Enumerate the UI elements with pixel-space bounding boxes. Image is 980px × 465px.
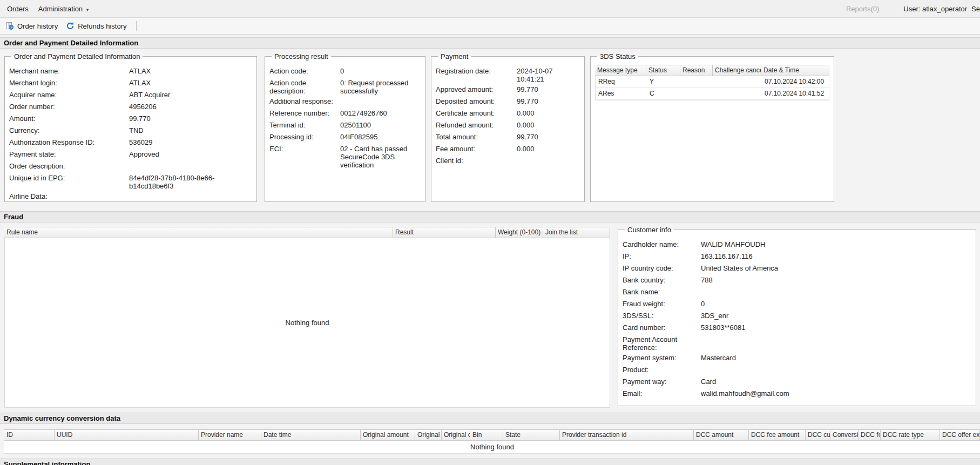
- customer-info-legend: Customer info: [625, 226, 674, 234]
- order-details-fields: Merchant name: ATLAX Merchant login: ATL…: [9, 62, 252, 202]
- section-header-dcc: Dynamic currency conversion data: [0, 413, 980, 424]
- field-label: Client id:: [436, 154, 517, 166]
- field-label: Approved amount:: [436, 83, 517, 95]
- order-history-icon: [5, 22, 14, 30]
- column-header[interactable]: DCC fee amount: [749, 429, 806, 441]
- field-value: 0.000: [517, 119, 580, 131]
- dcc-table-header: ID UUID Provider name Date time Original…: [4, 429, 980, 441]
- order-history-button[interactable]: Order history: [3, 20, 63, 32]
- toolbar-separator: [136, 21, 137, 31]
- column-header[interactable]: Conversi: [830, 429, 859, 441]
- field-row: 3DS/SSL: 3DS_enr: [623, 309, 971, 321]
- column-header[interactable]: Status: [646, 65, 680, 76]
- field-row: Fraud weight: 0: [623, 298, 971, 309]
- column-header[interactable]: Bin: [470, 429, 503, 441]
- field-row: Action code description: 0: Request proc…: [269, 77, 421, 95]
- column-header[interactable]: Message type: [595, 65, 646, 76]
- column-header[interactable]: Reason: [680, 65, 713, 76]
- empty-state-text: Nothing found: [286, 319, 329, 327]
- order-history-label: Order history: [17, 22, 58, 30]
- field-label: 3DS/SSL:: [623, 309, 701, 321]
- field-value: 001274926760: [340, 107, 421, 119]
- field-row: Acquirer name: ABT Acquirer: [9, 89, 252, 100]
- menu-truncated-item[interactable]: Se: [971, 5, 980, 13]
- table-row[interactable]: RReq Y 07.10.2024 10:42:00: [596, 76, 829, 88]
- column-header[interactable]: Date time: [261, 429, 361, 441]
- field-value: [129, 160, 252, 172]
- field-label: Authorization Response ID:: [9, 136, 129, 148]
- field-row: Total amount: 99.770: [436, 131, 580, 143]
- field-row: Payment Account Reference:: [623, 333, 971, 352]
- table-row[interactable]: ARes C 07.10.2024 10:41:52: [596, 88, 829, 100]
- customer-info-fields: Cardholder name: WALID MAHFOUDH IP: 163.…: [623, 235, 971, 399]
- fraud-table-header: Rule name Result Weight (0-100) Join the…: [4, 227, 610, 238]
- column-header[interactable]: Challenge cancel: [713, 65, 761, 76]
- field-value: 0.000: [517, 143, 580, 154]
- refunds-history-button[interactable]: Refunds history: [64, 20, 131, 32]
- field-value: TND: [129, 124, 252, 136]
- field-value: WALID MAHFOUDH: [701, 238, 971, 250]
- tds-status-table-header: Message type Status Reason Challenge can…: [595, 65, 829, 76]
- field-row: Unique id in EPG: 84e4df28-37b8-4180-8e6…: [9, 172, 252, 190]
- field-value: 0.000: [517, 107, 580, 119]
- column-header[interactable]: ID: [4, 429, 55, 441]
- column-header[interactable]: Provider transaction id: [560, 429, 694, 441]
- column-header[interactable]: Join the list: [543, 227, 610, 238]
- column-header[interactable]: DCC amount: [694, 429, 749, 441]
- column-header[interactable]: State: [503, 429, 560, 441]
- field-label: Reference number:: [269, 107, 340, 119]
- column-header[interactable]: Provider name: [199, 429, 261, 441]
- field-row: Client id:: [436, 154, 580, 166]
- field-row: ECI: 02 - Card has passed SecureCode 3DS…: [269, 143, 421, 169]
- customer-info-panel: Customer info Cardholder name: WALID MAH…: [618, 226, 976, 406]
- column-header[interactable]: Original amount: [361, 429, 415, 441]
- column-header[interactable]: Date & Time: [761, 65, 829, 76]
- field-value: 3DS_enr: [701, 309, 971, 321]
- cell-status: Y: [647, 76, 681, 87]
- field-value: 02501100: [340, 119, 421, 131]
- column-header[interactable]: DCC rate type: [881, 429, 940, 441]
- section-header-fraud: Fraud: [0, 211, 980, 223]
- field-row: Reference number: 001274926760: [269, 107, 421, 119]
- field-row: Authorization Response ID: 536029: [9, 136, 252, 148]
- field-value: 536029: [129, 136, 252, 148]
- field-row: Bank country: 788: [623, 274, 971, 286]
- field-value: 2024-10-07 10:41:21: [517, 65, 580, 83]
- chevron-down-icon: ▾: [86, 7, 89, 12]
- field-value: [701, 363, 971, 375]
- column-header[interactable]: DCC fee: [859, 429, 881, 441]
- column-header[interactable]: DCC curr: [806, 429, 830, 441]
- field-label: Action code description:: [269, 77, 340, 95]
- column-header[interactable]: Original c: [442, 429, 470, 441]
- refunds-history-icon: [66, 22, 75, 30]
- field-row: Processing id: 04IF082595: [269, 131, 421, 143]
- field-row: Merchant name: ATLAX: [9, 65, 252, 77]
- column-header[interactable]: DCC offer exp: [940, 429, 980, 441]
- field-label: Bank country:: [623, 274, 701, 286]
- menu-orders[interactable]: Orders: [2, 5, 33, 13]
- column-header[interactable]: Weight (0-100): [496, 227, 543, 238]
- tds-status-legend: 3DS Status: [597, 52, 638, 60]
- field-label: Payment system:: [623, 352, 701, 363]
- column-header[interactable]: Original f: [415, 429, 442, 441]
- column-header[interactable]: Result: [393, 227, 496, 238]
- field-label: Card number:: [623, 321, 701, 333]
- field-value: 02 - Card has passed SecureCode 3DS veri…: [340, 143, 421, 169]
- tds-status-table: Message type Status Reason Challenge can…: [595, 65, 829, 100]
- dcc-table-body: Nothing found: [4, 441, 980, 454]
- menu-administration[interactable]: Administration ▾: [33, 5, 94, 13]
- column-header[interactable]: Rule name: [4, 227, 393, 238]
- field-value: 99.770: [517, 83, 580, 95]
- field-value: Mastercard: [701, 352, 971, 363]
- field-row: Approved amount: 99.770: [436, 83, 580, 95]
- empty-state-text: Nothing found: [470, 443, 514, 451]
- menu-reports[interactable]: Reports(0): [841, 5, 884, 13]
- column-header[interactable]: UUID: [55, 429, 199, 441]
- field-label: Unique id in EPG:: [9, 172, 129, 190]
- field-label: Merchant name:: [9, 65, 129, 77]
- field-value: 163.116.167.116: [701, 250, 971, 262]
- field-row: Airline Data:: [9, 190, 252, 202]
- app-window: { "menu": { "orders_label": "Orders", "a…: [0, 0, 980, 465]
- field-value: ATLAX: [129, 77, 252, 89]
- field-label: Cardholder name:: [623, 238, 701, 250]
